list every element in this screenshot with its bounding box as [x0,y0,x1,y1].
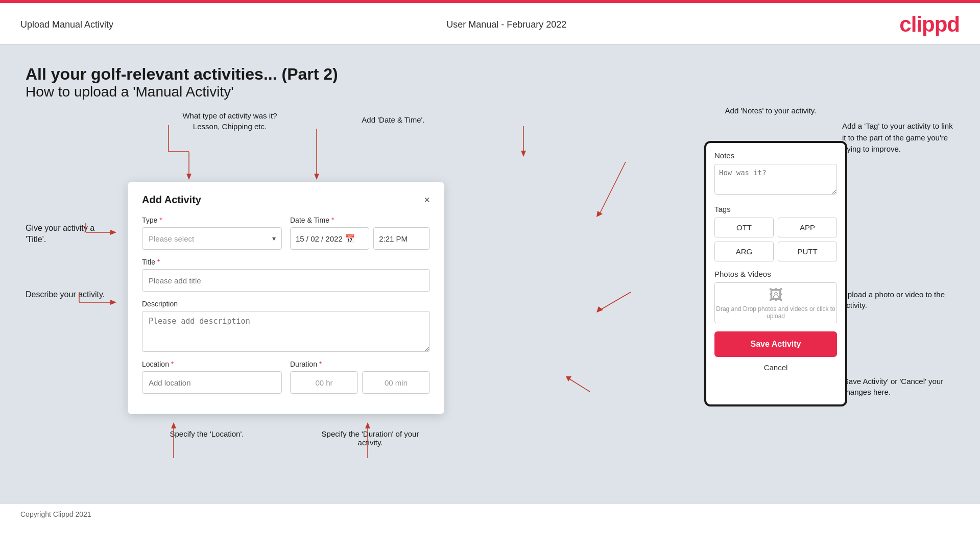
tag-ott[interactable]: OTT [714,218,774,237]
modal-title: Add Activity [142,194,201,206]
ann-add-notes: Add 'Notes' to your activity. [720,105,822,116]
location-label: Location * [142,360,282,368]
calendar-icon: 📅 [345,234,355,244]
location-input[interactable] [142,371,282,394]
form-group-type: Type * Please select ▾ [142,216,282,250]
header: Upload Manual Activity User Manual - Feb… [0,3,980,44]
save-activity-button[interactable]: Save Activity [714,331,837,357]
title-label: Title * [142,258,430,266]
ann-datetime: Add 'Date & Time'. [347,115,439,124]
type-label: Type * [142,216,282,224]
title-input[interactable] [142,269,430,292]
tags-grid: OTT APP ARG PUTT [714,218,837,261]
main-content: All your golf-relevant activities... (Pa… [0,44,980,504]
notes-section-label: Notes [714,151,837,160]
datetime-wrapper: 15 / 02 / 2022 📅 2:21 PM [290,227,430,250]
form-group-description: Description [142,300,430,352]
modal-dialog: Add Activity × Type * Please select ▾ [128,182,444,414]
duration-min-input[interactable]: 00 min [362,371,430,394]
page-title-normal: How to upload a 'Manual Activity' [26,84,954,100]
phone-mockup: Notes Tags OTT APP ARG PUTT Photos & Vid… [704,141,847,406]
page-title: All your golf-relevant activities... (Pa… [26,65,954,100]
ann-what-type: What type of activity was it? Lesson, Ch… [174,110,286,132]
ann-location: Specify the 'Location'. [156,429,258,447]
ann-add-tag: Add a 'Tag' to your activity to link it … [842,121,954,155]
photo-upload-icon: 🖼 [769,286,783,303]
ann-describe: Describe your activity. [26,289,107,300]
date-input[interactable]: 15 / 02 / 2022 📅 [290,227,369,250]
description-label: Description [142,300,430,308]
tag-putt[interactable]: PUTT [778,242,837,261]
photos-upload-text: Drag and Drop photos and videos or click… [715,305,836,320]
form-group-title: Title * [142,258,430,292]
tag-app[interactable]: APP [778,218,837,237]
logo: clippd [899,12,960,37]
duration-wrapper: 00 hr 00 min [290,371,430,394]
time-input[interactable]: 2:21 PM [373,227,430,250]
duration-label: Duration * [290,360,430,368]
form-group-datetime: Date & Time * 15 / 02 / 2022 📅 2:21 PM [290,216,430,250]
header-left: Upload Manual Activity [20,19,113,30]
cancel-button[interactable]: Cancel [714,363,837,372]
form-group-duration: Duration * 00 hr 00 min [290,360,430,394]
form-row-location-duration: Location * Duration * 00 hr [142,360,430,394]
description-textarea[interactable] [142,311,430,352]
copyright: Copyright Clippd 2021 [20,510,91,518]
modal-close-button[interactable]: × [424,194,430,206]
notes-textarea[interactable] [714,164,837,195]
tags-section-label: Tags [714,205,837,213]
type-select[interactable]: Please select [142,227,282,250]
photos-label: Photos & Videos [714,270,837,278]
ann-upload-photo: Upload a photo or video to the activity. [842,289,954,310]
phone-inner: Notes Tags OTT APP ARG PUTT Photos & Vid… [706,143,845,380]
modal-header: Add Activity × [142,194,430,206]
form-row-type-datetime: Type * Please select ▾ Date & Time * [142,216,430,250]
datetime-label: Date & Time * [290,216,430,224]
duration-hr-input[interactable]: 00 hr [290,371,358,394]
type-select-wrapper: Please select ▾ [142,227,282,250]
photos-upload-area[interactable]: 🖼 Drag and Drop photos and videos or cli… [714,282,837,323]
ann-duration: Specify the 'Duration' of your activity. [314,429,426,447]
tag-arg[interactable]: ARG [714,242,774,261]
ann-save-cancel: 'Save Activity' or 'Cancel' your changes… [842,376,954,397]
date-value: 15 / 02 / 2022 [296,234,343,243]
page-title-bold: All your golf-relevant activities... (Pa… [26,65,954,84]
ann-give-title: Give your activity a 'Title'. [26,223,112,245]
time-value: 2:21 PM [379,234,408,243]
form-group-location: Location * [142,360,282,394]
header-center: User Manual - February 2022 [446,19,566,30]
footer: Copyright Clippd 2021 [0,504,980,524]
